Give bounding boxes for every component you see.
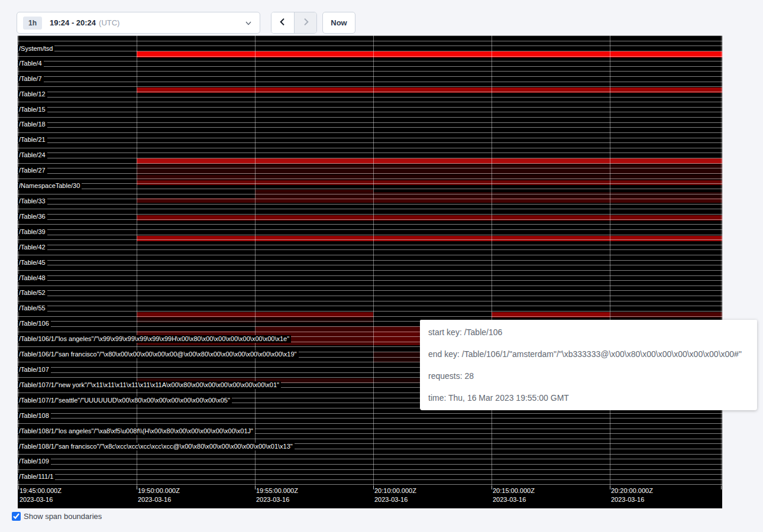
heatmap-band xyxy=(255,175,373,180)
span-row-label: /Table/4 xyxy=(18,60,44,67)
chevron-down-icon xyxy=(245,20,252,27)
span-boundary-lines xyxy=(18,35,722,486)
span-row-label: /Table/21 xyxy=(18,136,47,144)
time-nav-group xyxy=(271,12,317,34)
heatmap-band xyxy=(137,215,722,220)
time-axis-label: 20:15:00.000Z2023-03-16 xyxy=(493,486,535,504)
chevron-left-icon xyxy=(278,17,287,28)
next-time-button[interactable] xyxy=(294,12,316,33)
heatmap-band xyxy=(137,158,722,164)
span-row-label: /Table/52 xyxy=(18,289,47,297)
heatmap-band xyxy=(373,175,722,180)
time-gridline xyxy=(492,35,492,486)
span-row-label: /Table/42 xyxy=(18,244,47,251)
span-row-label: /Table/27 xyxy=(18,167,47,174)
heatmap-band xyxy=(492,312,610,317)
tooltip-requests: requests: 28 xyxy=(428,371,749,381)
heatmap-band xyxy=(137,87,722,93)
axis-tick xyxy=(492,486,492,489)
chevron-right-icon xyxy=(301,17,311,28)
toolbar: 1h 19:24 - 20:24 (UTC) Now xyxy=(0,0,763,35)
prev-time-button[interactable] xyxy=(271,12,294,33)
axis-tick xyxy=(255,486,256,489)
heatmap-band xyxy=(492,192,722,198)
span-row-label: /Table/108 xyxy=(18,412,51,420)
heatmap-band xyxy=(137,51,722,57)
time-axis-label: 19:55:00.000Z2023-03-16 xyxy=(256,486,298,504)
span-row-label: /Table/109 xyxy=(18,458,51,465)
show-span-boundaries-label: Show span boundaries xyxy=(24,512,102,521)
tooltip-end-key: end key: /Table/106/1/"amsterdam"/"\xb33… xyxy=(428,349,749,359)
span-row-label: /Table/55 xyxy=(18,304,47,312)
heatmap-band xyxy=(137,236,722,241)
span-row-label: /System/tsd xyxy=(18,45,54,53)
axis-tick xyxy=(721,486,722,489)
heatmap-band xyxy=(137,318,373,323)
heatmap-band xyxy=(137,198,722,203)
heatmap-band xyxy=(255,326,373,331)
time-axis-label: 20:20:00.000Z2023-03-16 xyxy=(611,486,653,504)
span-row-label: /Table/39 xyxy=(18,228,47,236)
span-row-label: /Table/12 xyxy=(18,90,47,98)
heatmap-plot[interactable]: /System/tsd/Table/4/Table/7/Table/12/Tab… xyxy=(18,35,722,486)
time-axis-label: 19:45:00.000Z2023-03-16 xyxy=(20,486,62,504)
span-row-label: /Table/33 xyxy=(18,197,47,205)
axis-tick xyxy=(18,486,19,489)
span-row-label: /Table/24 xyxy=(18,151,47,159)
heatmap-band xyxy=(137,331,373,345)
span-row-label: /Table/111/1 xyxy=(18,473,55,481)
span-row-label: /Table/106/1/"san francisco"/"\x80\x00\x… xyxy=(18,351,299,358)
time-axis-label: 20:10:00.000Z2023-03-16 xyxy=(374,486,416,504)
axis-tick xyxy=(137,486,137,489)
footer: Show span boundaries xyxy=(12,512,102,521)
key-visualizer-heatmap[interactable]: /System/tsd/Table/4/Table/7/Table/12/Tab… xyxy=(18,35,722,508)
heatmap-band xyxy=(137,378,373,383)
span-row-label: /NamespaceTable/30 xyxy=(18,182,82,190)
time-gridline xyxy=(18,35,19,486)
span-row-label: /Table/45 xyxy=(18,259,47,267)
span-row-label: /Table/108/1/"san francisco"/"\x8c\xcc\x… xyxy=(18,443,295,450)
heatmap-band xyxy=(137,180,722,185)
now-button[interactable]: Now xyxy=(322,12,355,34)
time-gridline xyxy=(137,35,137,486)
axis-tick xyxy=(373,486,374,489)
time-preset-badge: 1h xyxy=(23,17,42,30)
span-row-label: /Table/7 xyxy=(18,75,44,83)
show-span-boundaries-checkbox[interactable] xyxy=(12,512,21,521)
span-row-label: /Table/48 xyxy=(18,274,47,282)
heatmap-band xyxy=(137,175,255,180)
span-row-label: /Table/18 xyxy=(18,121,47,128)
time-range-label: 19:24 - 20:24 xyxy=(50,18,96,27)
span-tooltip: start key: /Table/106 end key: /Table/10… xyxy=(420,320,757,410)
span-row-label: /Table/107 xyxy=(18,366,51,374)
time-range-selector[interactable]: 1h 19:24 - 20:24 (UTC) xyxy=(17,12,260,34)
time-axis-label: 19:50:00.000Z2023-03-16 xyxy=(138,486,180,504)
time-gridline xyxy=(255,35,256,486)
time-gridline xyxy=(721,35,722,486)
axis-tick xyxy=(610,486,610,489)
time-gridline xyxy=(373,35,374,486)
heatmap-band xyxy=(137,164,722,174)
span-row-label: /Table/15 xyxy=(18,106,47,113)
heatmap-band xyxy=(610,312,722,317)
span-row-label: /Table/108/1/"los angeles"/"\xa8\xf5\u00… xyxy=(18,427,255,435)
span-row-label: /Table/36 xyxy=(18,213,47,220)
heatmap-band xyxy=(137,312,373,317)
heatmap-band xyxy=(255,192,492,198)
tooltip-start-key: start key: /Table/106 xyxy=(428,327,749,337)
span-row-label: /Table/107/1/"seattle"/"UUUUUUD\x00\x80\… xyxy=(18,397,232,404)
time-gridline xyxy=(610,35,610,486)
time-zone-label: (UTC) xyxy=(99,18,119,27)
tooltip-time: time: Thu, 16 Mar 2023 19:55:00 GMT xyxy=(428,393,749,403)
span-row-label: /Table/106 xyxy=(18,320,51,327)
